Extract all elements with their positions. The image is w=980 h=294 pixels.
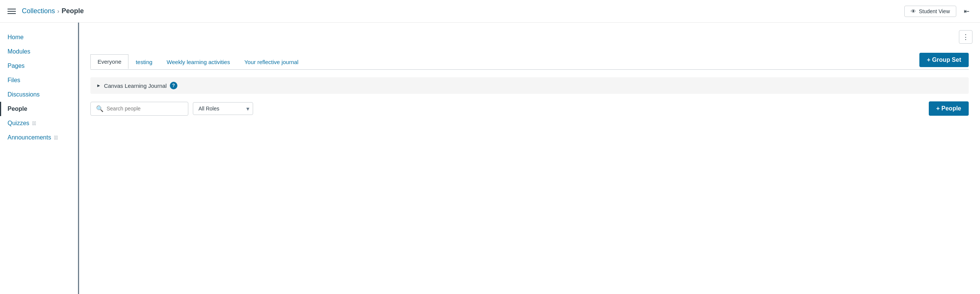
sidebar-item-home[interactable]: Home <box>0 30 78 45</box>
clj-label: Canvas Learning Journal <box>104 83 167 89</box>
sidebar-label-discussions: Discussions <box>8 91 40 98</box>
tab-testing-label: testing <box>135 59 152 65</box>
group-set-button[interactable]: + Group Set <box>920 53 969 67</box>
clj-help-icon[interactable]: ? <box>170 82 177 89</box>
tab-everyone-label: Everyone <box>97 58 121 65</box>
sidebar-label-quizzes: Quizzes <box>8 120 29 127</box>
header-left: Collections › People <box>8 7 84 15</box>
search-input[interactable] <box>107 105 183 112</box>
student-view-icon: 👁 <box>911 8 916 14</box>
sidebar: Home Modules Pages Files Discussions Peo… <box>0 22 79 294</box>
add-people-label: + People <box>936 105 961 112</box>
sidebar-item-quizzes[interactable]: Quizzes 👁̸ <box>0 116 78 130</box>
sidebar-item-modules[interactable]: Modules <box>0 45 78 59</box>
search-input-wrap[interactable]: 🔍 <box>91 102 188 116</box>
breadcrumb-collections-link[interactable]: Collections <box>22 7 55 15</box>
sidebar-label-people: People <box>8 105 27 112</box>
more-options-button[interactable]: ⋮ <box>959 30 972 44</box>
menu-icon[interactable] <box>8 9 16 14</box>
sidebar-label-pages: Pages <box>8 62 24 69</box>
breadcrumb-current: People <box>61 7 84 15</box>
canvas-learning-journal-row[interactable]: ► Canvas Learning Journal ? <box>91 77 969 94</box>
group-set-label: + Group Set <box>927 56 961 63</box>
tab-weekly-learning-label: Weekly learning activities <box>167 59 230 65</box>
collapse-icon[interactable]: ⇤ <box>961 6 972 17</box>
announcements-hidden-icon: 👁̸ <box>54 134 58 141</box>
tab-reflective-journal-label: Your reflective journal <box>245 59 299 65</box>
breadcrumb-separator: › <box>57 8 59 15</box>
main-content: ⋮ Everyone testing Weekly learning activ… <box>79 22 980 294</box>
sidebar-label-announcements: Announcements <box>8 134 51 141</box>
tab-reflective-journal[interactable]: Your reflective journal <box>237 55 306 69</box>
tab-everyone[interactable]: Everyone <box>91 54 129 69</box>
layout: Home Modules Pages Files Discussions Peo… <box>0 22 980 294</box>
sidebar-item-discussions[interactable]: Discussions <box>0 88 78 102</box>
tab-testing[interactable]: testing <box>129 55 159 69</box>
sidebar-label-modules: Modules <box>8 48 30 55</box>
tabs: Everyone testing Weekly learning activit… <box>91 54 305 69</box>
sidebar-item-pages[interactable]: Pages <box>0 59 78 73</box>
more-options-icon: ⋮ <box>962 33 969 41</box>
roles-select-wrap[interactable]: All Roles Students Teachers TAs Observer… <box>193 102 253 115</box>
search-row: 🔍 All Roles Students Teachers TAs Observ… <box>91 101 969 116</box>
breadcrumb: Collections › People <box>22 7 84 15</box>
tab-weekly-learning[interactable]: Weekly learning activities <box>160 55 237 69</box>
header-right: 👁 Student View ⇤ <box>904 6 972 17</box>
clj-expand-arrow: ► <box>96 83 101 88</box>
sidebar-label-home: Home <box>8 34 24 41</box>
add-people-button[interactable]: + People <box>929 101 969 116</box>
sidebar-item-people[interactable]: People <box>0 102 78 116</box>
search-icon: 🔍 <box>96 105 103 112</box>
sidebar-label-files: Files <box>8 77 20 84</box>
quizzes-hidden-icon: 👁̸ <box>32 120 36 126</box>
search-left: 🔍 All Roles Students Teachers TAs Observ… <box>91 102 253 116</box>
sidebar-item-announcements[interactable]: Announcements 👁̸ <box>0 130 78 145</box>
student-view-button[interactable]: 👁 Student View <box>904 6 956 17</box>
sidebar-item-files[interactable]: Files <box>0 73 78 88</box>
tabs-row: Everyone testing Weekly learning activit… <box>91 53 969 70</box>
roles-select[interactable]: All Roles Students Teachers TAs Observer… <box>193 102 253 115</box>
header: Collections › People 👁 Student View ⇤ <box>0 0 980 22</box>
student-view-label: Student View <box>919 8 950 14</box>
